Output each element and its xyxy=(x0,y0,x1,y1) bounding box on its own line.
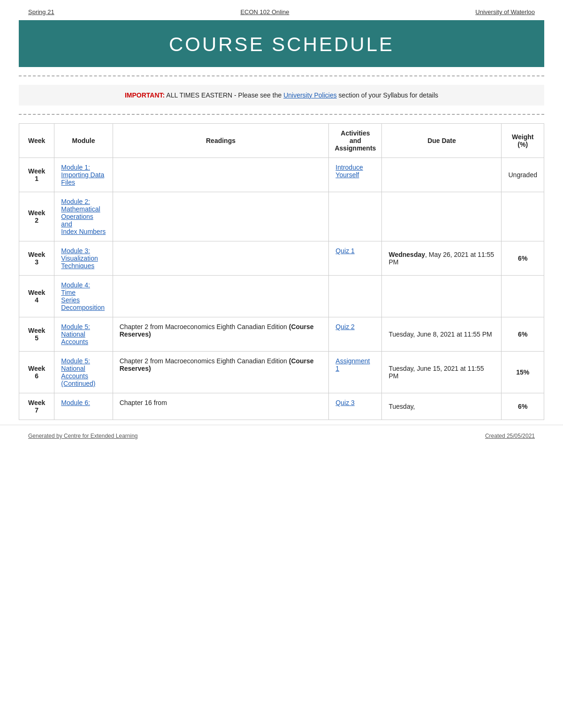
notice-important-label: IMPORTANT: xyxy=(125,91,165,99)
table-row: Week 6 Module 5:NationalAccounts(Continu… xyxy=(19,352,544,393)
module-cell: Module 4: TimeSeriesDecomposition xyxy=(54,276,113,317)
date-cell xyxy=(382,192,502,241)
nav-semester[interactable]: Spring 21 xyxy=(28,8,54,15)
activity-cell: Quiz 2 xyxy=(329,317,382,352)
module-link[interactable]: Module 3:VisualizationTechniques xyxy=(61,247,106,270)
activity-cell xyxy=(329,192,382,241)
activity-cell: Assignment 1 xyxy=(329,352,382,393)
table-row: Week 4 Module 4: TimeSeriesDecomposition xyxy=(19,276,544,317)
notice-text2: section of your Syllabus for details xyxy=(337,91,438,99)
quiz-link[interactable]: Quiz 1 xyxy=(335,247,354,255)
quiz-link[interactable]: Quiz 3 xyxy=(335,399,354,406)
header-banner: COURSE SCHEDULE xyxy=(19,20,544,67)
table-row: Week 5 Module 5:NationalAccounts Chapter… xyxy=(19,317,544,352)
week-label: Week 5 xyxy=(19,317,54,352)
activity-cell xyxy=(329,276,382,317)
weight-cell: 6% xyxy=(502,393,544,420)
week-label: Week 6 xyxy=(19,352,54,393)
activity-cell: IntroduceYourself xyxy=(329,158,382,192)
module-link[interactable]: Module 5:NationalAccounts xyxy=(61,323,106,345)
module-link[interactable]: Module 1:Importing DataFiles xyxy=(61,164,106,186)
module-cell: Module 5:NationalAccounts xyxy=(54,317,113,352)
module-link[interactable]: Module 5:NationalAccounts(Continued) xyxy=(61,357,106,387)
readings-cell xyxy=(113,241,329,276)
weight-cell: 15% xyxy=(502,352,544,393)
readings-cell: Chapter 2 from Macroeconomics Eighth Can… xyxy=(113,352,329,393)
weight-cell: Ungraded xyxy=(502,158,544,192)
col-week: Week xyxy=(19,124,54,158)
col-weight: Weight(%) xyxy=(502,124,544,158)
table-row: Week 7 Module 6: Chapter 16 from Quiz 3 … xyxy=(19,393,544,420)
readings-cell xyxy=(113,192,329,241)
col-readings: Readings xyxy=(113,124,329,158)
date-cell xyxy=(382,276,502,317)
date-cell xyxy=(382,158,502,192)
module-cell: Module 2:MathematicalOperations andIndex… xyxy=(54,192,113,241)
page-title: COURSE SCHEDULE xyxy=(19,33,544,56)
footer-generated: Generated by Centre for Extended Learnin… xyxy=(28,433,137,439)
footer-created: Created 25/05/2021 xyxy=(485,433,535,439)
weight-cell: 6% xyxy=(502,317,544,352)
week-label: Week 1 xyxy=(19,158,54,192)
notice-text1: ALL TIMES EASTERN - Please see the xyxy=(165,91,283,99)
divider-bottom xyxy=(19,114,544,115)
notice-box: IMPORTANT: ALL TIMES EASTERN - Please se… xyxy=(19,85,544,105)
activity-cell: Quiz 1 xyxy=(329,241,382,276)
divider-top xyxy=(19,75,544,76)
date-cell: Tuesday, xyxy=(382,393,502,420)
date-cell: Tuesday, June 8, 2021 at 11:55 PM xyxy=(382,317,502,352)
readings-cell xyxy=(113,276,329,317)
readings-cell xyxy=(113,158,329,192)
module-cell: Module 6: xyxy=(54,393,113,420)
readings-cell: Chapter 2 from Macroeconomics Eighth Can… xyxy=(113,317,329,352)
weight-cell xyxy=(502,192,544,241)
footer: Generated by Centre for Extended Learnin… xyxy=(0,425,563,447)
module-cell: Module 1:Importing DataFiles xyxy=(54,158,113,192)
module-link[interactable]: Module 2:MathematicalOperations andIndex… xyxy=(61,198,106,235)
nav-university[interactable]: University of Waterloo xyxy=(475,8,535,15)
table-row: Week 2 Module 2:MathematicalOperations a… xyxy=(19,192,544,241)
col-activities: ActivitiesandAssignments xyxy=(329,124,382,158)
activity-cell: Quiz 3 xyxy=(329,393,382,420)
date-cell: Tuesday, June 15, 2021 at 11:55 PM xyxy=(382,352,502,393)
col-due-date: Due Date xyxy=(382,124,502,158)
date-cell: Wednesday, May 26, 2021 at 11:55 PM xyxy=(382,241,502,276)
week-label: Week 7 xyxy=(19,393,54,420)
table-row: Week 1 Module 1:Importing DataFiles Intr… xyxy=(19,158,544,192)
weight-cell xyxy=(502,276,544,317)
schedule-table: Week Module Readings ActivitiesandAssign… xyxy=(19,123,544,420)
table-header-row: Week Module Readings ActivitiesandAssign… xyxy=(19,124,544,158)
week-label: Week 2 xyxy=(19,192,54,241)
module-cell: Module 3:VisualizationTechniques xyxy=(54,241,113,276)
nav-course[interactable]: ECON 102 Online xyxy=(240,8,289,15)
activity-link[interactable]: IntroduceYourself xyxy=(335,164,363,179)
table-row: Week 3 Module 3:VisualizationTechniques … xyxy=(19,241,544,276)
top-nav: Spring 21 ECON 102 Online University of … xyxy=(0,0,563,20)
week-label: Week 4 xyxy=(19,276,54,317)
module-link[interactable]: Module 4: TimeSeriesDecomposition xyxy=(61,281,106,311)
quiz-link[interactable]: Quiz 2 xyxy=(335,323,354,330)
weight-cell: 6% xyxy=(502,241,544,276)
module-cell: Module 5:NationalAccounts(Continued) xyxy=(54,352,113,393)
readings-cell: Chapter 16 from xyxy=(113,393,329,420)
assignment-link[interactable]: Assignment 1 xyxy=(335,357,370,372)
week-label: Week 3 xyxy=(19,241,54,276)
notice-policy-link[interactable]: University Policies xyxy=(283,91,337,99)
module-link[interactable]: Module 6: xyxy=(61,399,106,406)
col-module: Module xyxy=(54,124,113,158)
